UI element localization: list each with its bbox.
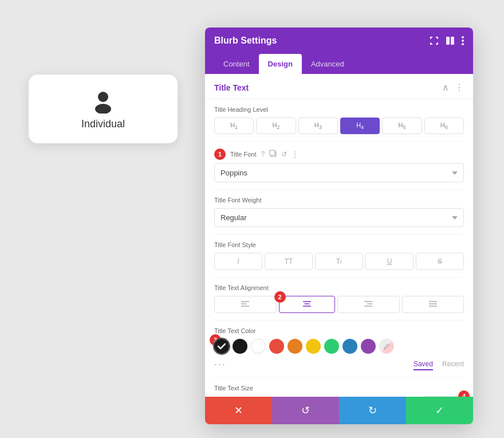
section-title: Title Text bbox=[214, 83, 249, 92]
layout-icon[interactable] bbox=[446, 36, 455, 45]
color-swatch-black[interactable] bbox=[233, 339, 247, 354]
form-area: Title Heading Level H1 H2 H3 H4 H5 H6 1 … bbox=[205, 99, 473, 397]
panel-footer: ✕ ↺ ↻ ✓ bbox=[205, 397, 473, 424]
color-tab-recent[interactable]: Recent bbox=[442, 360, 464, 370]
align-left[interactable] bbox=[214, 296, 277, 313]
font-weight-group: Title Font Weight Regular Bold Light bbox=[214, 190, 464, 234]
person-icon bbox=[90, 88, 116, 114]
color-swatch-white[interactable] bbox=[251, 339, 266, 354]
background-card: Individual bbox=[29, 75, 178, 143]
cancel-icon: ✕ bbox=[234, 404, 243, 417]
more-swatches[interactable]: ··· bbox=[214, 358, 226, 370]
color-swatch-custom[interactable] bbox=[379, 339, 394, 354]
text-color-label: Title Text Color bbox=[214, 327, 464, 334]
style-underline[interactable]: U bbox=[365, 253, 414, 270]
tab-advanced[interactable]: Advanced bbox=[302, 54, 353, 74]
svg-point-5 bbox=[462, 40, 464, 42]
font-weight-selector[interactable]: Regular Bold Light bbox=[214, 208, 464, 227]
font-copy-icon[interactable] bbox=[269, 150, 277, 159]
align-justify[interactable] bbox=[402, 296, 464, 313]
color-swatch-orange[interactable] bbox=[288, 339, 302, 354]
color-swatches: 3 bbox=[214, 339, 464, 354]
text-size-value-box: 27px 4 bbox=[424, 396, 464, 397]
svg-point-1 bbox=[95, 104, 111, 114]
header-icons bbox=[430, 36, 464, 45]
color-swatch-blue[interactable] bbox=[342, 339, 357, 354]
style-italic[interactable]: I bbox=[214, 253, 262, 270]
font-badge-1: 1 bbox=[214, 148, 226, 160]
font-label-row: 1 Title Font ? ↺ ⋮ bbox=[214, 148, 464, 160]
heading-btn-h1[interactable]: H1 bbox=[214, 118, 254, 134]
font-label: Title Font bbox=[230, 151, 256, 158]
font-question-icon[interactable]: ? bbox=[261, 150, 265, 158]
color-swatch-purple[interactable] bbox=[361, 339, 376, 354]
align-center[interactable] bbox=[279, 296, 336, 313]
style-uppercase[interactable]: TT bbox=[265, 253, 313, 270]
heading-btn-h3[interactable]: H3 bbox=[298, 118, 338, 134]
heading-btn-h6[interactable]: H6 bbox=[424, 118, 464, 134]
align-badge-2: 2 bbox=[274, 291, 286, 303]
heading-btn-h4[interactable]: H4 bbox=[340, 118, 380, 134]
text-size-label: Title Text Size bbox=[214, 385, 464, 392]
font-reset-icon[interactable]: ↺ bbox=[281, 150, 287, 158]
color-swatch-red[interactable] bbox=[269, 339, 284, 354]
redo-icon: ↻ bbox=[368, 404, 377, 417]
font-selector[interactable]: Poppins Roboto Open Sans bbox=[214, 163, 464, 182]
color-swatch-active[interactable] bbox=[214, 339, 229, 354]
font-style-label: Title Font Style bbox=[214, 241, 464, 248]
svg-rect-2 bbox=[446, 37, 450, 45]
blurb-settings-panel: Blurb Settings Content Design bbox=[205, 28, 473, 424]
fullscreen-icon[interactable] bbox=[430, 36, 439, 45]
tab-design[interactable]: Design bbox=[259, 54, 302, 74]
collapse-icon[interactable]: ∧ bbox=[442, 82, 449, 93]
section-header-icons: ∧ ⋮ bbox=[442, 82, 464, 93]
svg-point-6 bbox=[462, 43, 464, 45]
font-more-icon[interactable]: ⋮ bbox=[292, 150, 298, 158]
tab-content[interactable]: Content bbox=[214, 54, 259, 74]
heading-btn-h5[interactable]: H5 bbox=[382, 118, 422, 134]
save-icon: ✓ bbox=[435, 404, 444, 417]
save-button[interactable]: ✓ bbox=[406, 397, 473, 424]
undo-icon: ↺ bbox=[301, 404, 310, 417]
swatch-badge-wrap-3: 3 bbox=[214, 339, 229, 354]
undo-button[interactable]: ↺ bbox=[272, 397, 339, 424]
text-alignment-group: Title Text Alignment 2 bbox=[214, 277, 464, 320]
font-weight-label: Title Font Weight bbox=[214, 197, 464, 204]
svg-rect-8 bbox=[270, 150, 275, 155]
panel-tabs: Content Design Advanced bbox=[205, 54, 473, 74]
svg-rect-3 bbox=[451, 37, 454, 45]
panel-body: Title Text ∧ ⋮ Title Heading Level H1 H2… bbox=[205, 74, 473, 397]
panel-header: Blurb Settings bbox=[205, 28, 473, 54]
redo-button[interactable]: ↻ bbox=[339, 397, 406, 424]
align-buttons: 2 bbox=[214, 296, 464, 313]
heading-btn-h2[interactable]: H2 bbox=[256, 118, 296, 134]
text-size-group: Title Text Size 27px 4 bbox=[214, 378, 464, 397]
style-capitalize[interactable]: Tr bbox=[315, 253, 363, 270]
title-font-group: 1 Title Font ? ↺ ⋮ Poppins Roboto bbox=[214, 142, 464, 190]
section-header: Title Text ∧ ⋮ bbox=[205, 74, 473, 99]
heading-level-group: Title Heading Level H1 H2 H3 H4 H5 H6 bbox=[214, 99, 464, 142]
heading-buttons: H1 H2 H3 H4 H5 H6 bbox=[214, 118, 464, 134]
style-buttons: I TT Tr U S bbox=[214, 253, 464, 270]
cancel-button[interactable]: ✕ bbox=[205, 397, 272, 424]
color-swatch-green[interactable] bbox=[324, 339, 339, 354]
align-right[interactable] bbox=[337, 296, 400, 313]
more-icon[interactable] bbox=[462, 36, 464, 45]
card-label: Individual bbox=[81, 118, 125, 130]
svg-point-0 bbox=[98, 92, 108, 102]
color-tab-saved[interactable]: Saved bbox=[414, 360, 433, 370]
text-alignment-label: Title Text Alignment bbox=[214, 284, 464, 291]
color-tabs: Saved Recent bbox=[414, 360, 464, 370]
size-badge-4: 4 bbox=[458, 390, 470, 397]
align-center-wrap: 2 bbox=[279, 296, 336, 313]
text-color-group: Title Text Color 3 bbox=[214, 320, 464, 378]
panel-title: Blurb Settings bbox=[214, 36, 277, 46]
section-more-icon[interactable]: ⋮ bbox=[455, 82, 464, 93]
font-style-group: Title Font Style I TT Tr U S bbox=[214, 234, 464, 277]
svg-point-4 bbox=[462, 36, 464, 38]
style-strikethrough[interactable]: S bbox=[416, 253, 464, 270]
heading-level-label: Title Heading Level bbox=[214, 106, 464, 113]
color-swatch-yellow[interactable] bbox=[306, 339, 321, 354]
